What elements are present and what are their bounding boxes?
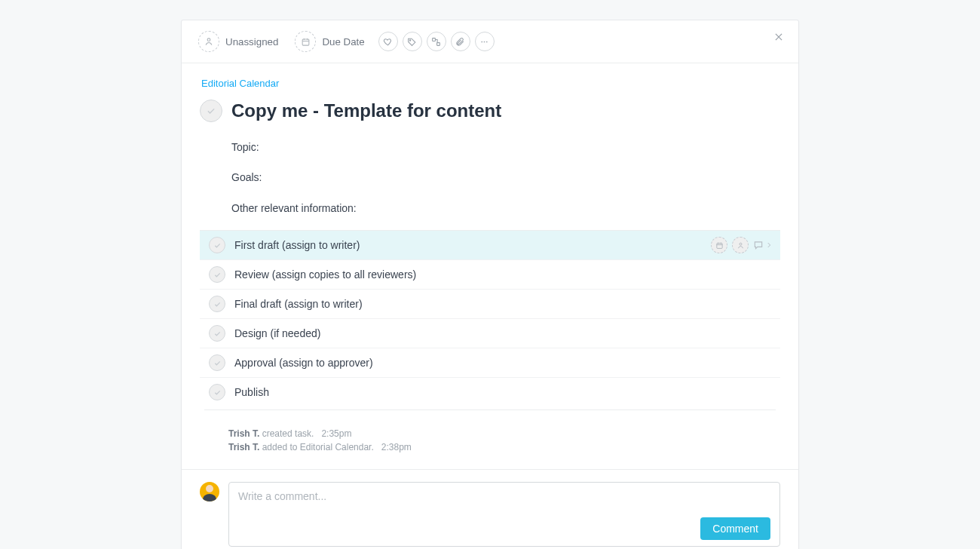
close-icon [773,32,784,42]
task-title[interactable]: Copy me - Template for content [231,100,501,121]
svg-rect-8 [716,243,721,248]
composer: Comment [228,482,780,547]
subtask-icon [431,37,441,47]
svg-point-0 [207,38,210,41]
subtask-row[interactable]: Publish [200,378,780,406]
due-date-label: Due Date [322,36,364,48]
subtask-row[interactable]: Approval (assign to approver) [200,348,780,378]
activity-actor: Trish T. [228,442,259,452]
subtask-row[interactable]: First draft (assign to writer) [200,231,780,260]
subtask-actions [711,237,773,253]
subtask-complete-button[interactable] [209,266,225,283]
activity-actor: Trish T. [228,428,259,439]
person-icon [198,31,219,52]
more-actions-button[interactable] [475,32,495,51]
project-link[interactable]: Editorial Calendar [201,78,279,89]
subtask-complete-button[interactable] [209,237,225,253]
subtask-title: Final draft (assign to writer) [234,298,773,310]
subtask-row[interactable]: Final draft (assign to writer) [200,290,780,319]
chevron-right-icon [765,241,773,249]
activity-entry: Trish T. created task.2:35pm [228,427,780,440]
activity-log: Trish T. created task.2:35pmTrish T. add… [228,427,780,462]
header-icon-row [378,32,495,51]
task-title-row: Copy me - Template for content [200,100,780,122]
subtask-title: Approval (assign to approver) [234,357,773,369]
comment-submit-button[interactable]: Comment [700,517,770,540]
activity-entry: Trish T. added to Editorial Calendar.2:3… [228,440,780,454]
due-date-button[interactable]: Due Date [295,31,364,52]
check-icon [213,241,222,250]
check-icon [206,106,216,116]
description-line: Goals: [231,169,780,186]
svg-point-5 [482,41,483,42]
subtask-button[interactable] [427,32,446,51]
activity-action: added to Editorial Calendar. [262,442,374,452]
complete-task-button[interactable] [200,100,222,122]
task-content: Editorial Calendar Copy me - Template fo… [182,63,798,462]
task-header-bar: Unassigned Due Date [182,20,798,63]
check-icon [213,271,222,279]
subtask-detail-button[interactable] [753,240,773,250]
check-icon [213,359,222,367]
subtask-row[interactable]: Review (assign copies to all reviewers) [200,260,780,290]
close-button[interactable] [770,28,788,46]
subtask-complete-button[interactable] [209,325,225,342]
subtask-row[interactable]: Design (if needed) [200,319,780,348]
check-icon [213,388,222,397]
calendar-icon [295,31,316,52]
subtask-due-button[interactable] [711,237,727,253]
activity-action: created task. [262,428,314,439]
subtask-complete-button[interactable] [209,354,225,371]
assignee-button[interactable]: Unassigned [198,29,280,54]
task-detail-pane: Unassigned Due Date [181,20,799,549]
comment-input[interactable] [238,490,770,514]
calendar-icon [715,241,724,250]
svg-rect-1 [302,38,309,44]
task-description[interactable]: Topic: Goals: Other relevant information… [231,139,780,216]
speech-bubble-icon [753,240,764,250]
subtask-title: Review (assign copies to all reviewers) [234,268,773,281]
subtask-list: First draft (assign to writer) Review (a… [200,230,780,406]
svg-point-2 [410,39,411,40]
svg-rect-4 [437,42,440,45]
subtask-complete-button[interactable] [209,384,225,400]
dots-icon [479,37,489,47]
activity-time: 2:35pm [321,428,351,439]
activity-time: 2:38pm [381,442,412,452]
like-button[interactable] [378,32,398,51]
tag-button[interactable] [403,32,422,51]
description-line: Other relevant information: [231,200,780,216]
subtask-complete-button[interactable] [209,296,225,312]
svg-rect-3 [433,38,436,41]
svg-point-7 [486,41,488,42]
attachment-button[interactable] [451,32,470,51]
subtask-title: First draft (assign to writer) [234,239,702,251]
person-icon [737,241,745,250]
subtask-assignee-button[interactable] [732,237,749,253]
assignee-label: Unassigned [225,36,278,48]
check-icon [213,330,222,338]
paperclip-icon [455,37,465,47]
divider [204,409,776,410]
svg-point-9 [740,243,742,245]
svg-point-6 [484,41,485,42]
check-icon [213,300,222,308]
description-line: Topic: [231,139,780,155]
comment-section: Comment Following [182,469,798,549]
subtask-title: Publish [234,386,773,398]
heart-icon [383,37,393,47]
subtask-title: Design (if needed) [234,327,773,339]
avatar [200,482,219,501]
tag-icon [407,37,417,47]
